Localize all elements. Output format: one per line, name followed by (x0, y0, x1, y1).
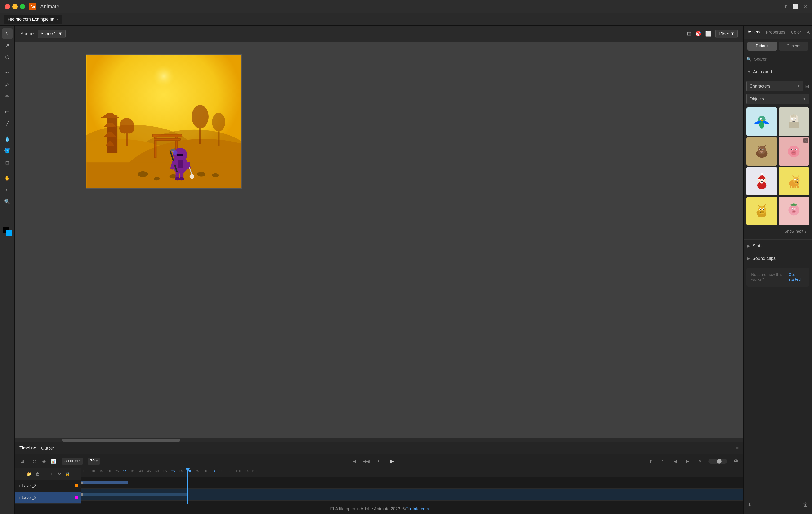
custom-view-button[interactable]: Custom (779, 42, 808, 51)
animated-section-header[interactable]: ▼ Animated (744, 66, 812, 78)
paint-bucket-tool[interactable]: 🪣 (2, 146, 12, 156)
snap-button[interactable]: 🎯 (695, 31, 701, 37)
next-keyframe-button[interactable]: ▶ (684, 457, 691, 465)
output-tab[interactable]: Output (41, 444, 54, 452)
asset-pig-head[interactable]: ✕ (779, 137, 809, 165)
asset-wolf[interactable] (747, 137, 777, 165)
layer-lock-button[interactable]: 🔒 (64, 471, 71, 477)
keyframe-3-start[interactable] (81, 482, 83, 484)
pencil-tool[interactable]: ✏ (2, 91, 12, 101)
stats-button[interactable]: 📊 (50, 457, 57, 465)
status-link[interactable]: FileInfo.com (406, 507, 429, 511)
timeline-track-area[interactable]: 5 10 15 20 25 1s 35 40 45 50 55 2s 65 70 (81, 468, 743, 504)
tabbar: FileInfo.com Example.fla × (0, 13, 812, 26)
layer-row-3[interactable]: □ Layer_3 (15, 480, 81, 492)
asset-balloon-pig[interactable] (779, 197, 809, 225)
file-tab-close[interactable]: × (57, 18, 58, 21)
panel-delete-button[interactable]: 🗑 (803, 502, 808, 508)
svg-point-28 (154, 177, 160, 180)
timeline-playhead[interactable] (187, 468, 188, 504)
brush-tool[interactable]: 🖌 (2, 79, 12, 90)
scene-select[interactable]: Scene 1 ▼ (38, 30, 65, 38)
ease-button[interactable]: ≈ (696, 457, 703, 465)
grid-button[interactable]: ⊞ (687, 31, 691, 37)
filter-button[interactable]: ⊟ (805, 83, 809, 89)
asset-king[interactable] (779, 108, 809, 136)
add-folder-button[interactable]: 📁 (26, 471, 33, 477)
rectangle-tool[interactable]: ▭ (2, 107, 12, 117)
asset-cartoon-dog[interactable] (779, 167, 809, 195)
hand-tool[interactable]: ✋ (2, 173, 12, 183)
record-button[interactable]: ● (375, 457, 382, 465)
export-button[interactable]: ⬆ (784, 4, 788, 9)
first-frame-button[interactable]: |◀ (350, 457, 358, 465)
fill-color[interactable] (6, 230, 12, 236)
loop-button[interactable]: ↻ (659, 457, 667, 465)
view-button[interactable]: ⬜ (705, 31, 712, 37)
sound-clips-header[interactable]: ▶ Sound clips (744, 252, 812, 265)
objects-dropdown[interactable]: Objects ▼ (747, 94, 809, 104)
window-close-button[interactable]: ✕ (803, 4, 807, 9)
asset-parrot[interactable] (747, 108, 777, 136)
svg-point-15 (124, 123, 135, 134)
canvas-scrollbar-h[interactable] (15, 438, 743, 442)
add-layer-button[interactable]: + (18, 471, 24, 477)
panel-import-button[interactable]: ⬇ (747, 502, 752, 508)
show-next-button[interactable]: Show next ↓ (747, 228, 809, 237)
pen-tool[interactable]: ✒ (2, 67, 12, 78)
line-tool[interactable]: ╱ (2, 118, 12, 129)
timeline-tab[interactable]: Timeline (20, 444, 36, 452)
ease-slider[interactable] (708, 459, 727, 463)
file-tab[interactable]: FileInfo.com Example.fla × (4, 15, 62, 24)
onion-skin-button[interactable]: ◎ (31, 457, 38, 465)
keyframe-2-start[interactable] (81, 493, 83, 496)
fps-display[interactable]: 30.00 FPS (62, 458, 83, 464)
delete-pig-head[interactable]: ✕ (804, 138, 808, 143)
maximize-button[interactable] (20, 4, 25, 9)
zoom-tool[interactable]: 🔍 (2, 196, 12, 207)
layers-icon[interactable]: ⊞ (19, 457, 26, 465)
properties-tab[interactable]: Properties (766, 28, 785, 36)
ruler-label-20: 20 (108, 469, 111, 473)
eyedropper-tool[interactable]: 💧 (2, 134, 12, 144)
characters-dropdown[interactable]: Characters ▼ (747, 81, 803, 91)
prev-frame-button[interactable]: ◀◀ (362, 457, 370, 465)
window-tile-button[interactable]: ⬜ (792, 4, 799, 9)
select-tool[interactable]: ↖ (2, 28, 12, 39)
search-input[interactable] (754, 57, 809, 62)
svg-rect-43 (178, 160, 183, 168)
color-tab[interactable]: Color (791, 28, 801, 36)
layer-height-button[interactable]: □ (47, 471, 54, 477)
default-view-button[interactable]: Default (747, 42, 777, 51)
asset-grid: ✕ (747, 108, 809, 228)
close-button[interactable] (5, 4, 10, 9)
timeline-collapse-button[interactable]: ≡ (736, 446, 738, 451)
lasso-tool[interactable]: ○ (2, 185, 12, 195)
play-button[interactable]: ▶ (387, 456, 397, 466)
subselect-tool[interactable]: ↗ (2, 40, 12, 51)
prev-keyframe-button[interactable]: ◀ (671, 457, 679, 465)
zoom-select[interactable]: 116% ▼ (716, 30, 738, 38)
svg-rect-101 (795, 185, 796, 188)
align-tab[interactable]: Align (807, 28, 812, 36)
motion-editor-button[interactable]: 🏔 (732, 457, 740, 465)
export-video-button[interactable]: ⬆ (647, 457, 654, 465)
ruler-label-75: 75 (196, 469, 199, 473)
get-started-link[interactable]: Get started (788, 272, 805, 282)
svg-marker-93 (797, 175, 800, 178)
svg-rect-54 (793, 114, 795, 117)
asset-dog2[interactable] (747, 197, 777, 225)
more-tools-button[interactable]: ··· (2, 212, 12, 222)
asset-santa[interactable] (747, 167, 777, 195)
frame-display[interactable]: 70 F (88, 458, 100, 464)
free-transform-tool[interactable]: ⬡ (2, 52, 12, 62)
delete-layer-button[interactable]: 🗑 (34, 471, 41, 477)
layer-row-2[interactable]: □ Layer_2 (15, 492, 81, 504)
static-section-header[interactable]: ▶ Static (744, 240, 812, 252)
eraser-tool[interactable]: ◻ (2, 157, 12, 168)
stage-canvas[interactable] (86, 54, 242, 189)
frame-mode-button[interactable]: ◈ (40, 457, 48, 465)
layer-visibility-button[interactable]: 👁 (56, 471, 62, 477)
assets-tab[interactable]: Assets (747, 28, 760, 36)
minimize-button[interactable] (12, 4, 18, 9)
